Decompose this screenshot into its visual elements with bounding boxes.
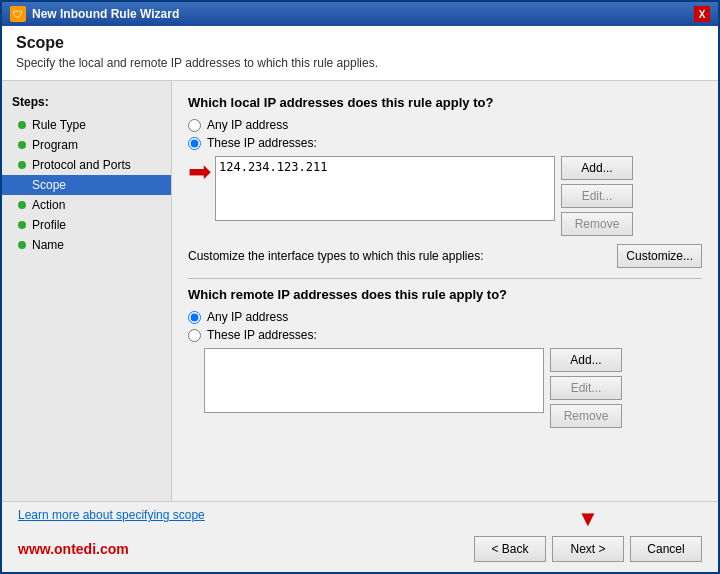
remote-ip-any-row: Any IP address — [188, 310, 702, 324]
local-ip-any-label: Any IP address — [207, 118, 288, 132]
dot-profile — [18, 221, 26, 229]
remote-ip-edit-button[interactable]: Edit... — [550, 376, 622, 400]
sidebar-label-protocol: Protocol and Ports — [32, 158, 131, 172]
title-bar: 🛡 New Inbound Rule Wizard X — [2, 2, 718, 26]
back-button[interactable]: < Back — [474, 536, 546, 562]
local-ip-these-label: These IP addresses: — [207, 136, 317, 150]
sidebar-item-rule-type[interactable]: Rule Type — [2, 115, 171, 135]
remote-ip-row: Add... Edit... Remove — [204, 348, 702, 428]
sidebar-item-profile[interactable]: Profile — [2, 215, 171, 235]
sidebar-item-program[interactable]: Program — [2, 135, 171, 155]
local-ip-radio-group: Any IP address These IP addresses: — [188, 118, 702, 150]
divider — [188, 278, 702, 279]
title-bar-left: 🛡 New Inbound Rule Wizard — [10, 6, 179, 22]
remote-ip-these-label: These IP addresses: — [207, 328, 317, 342]
customize-row: Customize the interface types to which t… — [188, 244, 702, 268]
customize-button[interactable]: Customize... — [617, 244, 702, 268]
wizard-window: 🛡 New Inbound Rule Wizard X Scope Specif… — [0, 0, 720, 574]
sidebar-label-rule-type: Rule Type — [32, 118, 86, 132]
next-button-wrapper: ▼ Next > — [552, 536, 624, 562]
local-ip-edit-button[interactable]: Edit... — [561, 184, 633, 208]
dot-program — [18, 141, 26, 149]
next-button[interactable]: Next > — [552, 536, 624, 562]
remote-ip-these-row: These IP addresses: — [188, 328, 702, 342]
local-ip-add-button[interactable]: Add... — [561, 156, 633, 180]
sidebar-item-scope[interactable]: Scope — [2, 175, 171, 195]
learn-more-link[interactable]: Learn more about specifying scope — [18, 508, 205, 522]
sidebar-label-profile: Profile — [32, 218, 66, 232]
sidebar-label-action: Action — [32, 198, 65, 212]
page-description: Specify the local and remote IP addresse… — [16, 56, 704, 70]
local-ip-question: Which local IP addresses does this rule … — [188, 95, 702, 110]
remote-ip-radio-group: Any IP address These IP addresses: — [188, 310, 702, 342]
dot-action — [18, 201, 26, 209]
sidebar-label-name: Name — [32, 238, 64, 252]
remote-ip-remove-button[interactable]: Remove — [550, 404, 622, 428]
remote-ip-any-radio[interactable] — [188, 311, 201, 324]
local-ip-row: Add... Edit... Remove — [215, 156, 702, 236]
sidebar-item-action[interactable]: Action — [2, 195, 171, 215]
local-ip-input-section: ➡ Add... Edit... Remove — [188, 156, 702, 244]
watermark: www.ontedi.com — [18, 541, 129, 557]
content-area: Which local IP addresses does this rule … — [172, 81, 718, 501]
local-ip-content: Add... Edit... Remove — [215, 156, 702, 244]
main-content: Steps: Rule Type Program Protocol and Po… — [2, 81, 718, 501]
local-ip-any-row: Any IP address — [188, 118, 702, 132]
remote-ip-textarea[interactable] — [204, 348, 544, 413]
cancel-button[interactable]: Cancel — [630, 536, 702, 562]
sidebar-item-name[interactable]: Name — [2, 235, 171, 255]
remote-ip-any-label: Any IP address — [207, 310, 288, 324]
footer-learn-more-section: Learn more about specifying scope — [2, 501, 718, 528]
sidebar: Steps: Rule Type Program Protocol and Po… — [2, 81, 172, 501]
local-ip-remove-button[interactable]: Remove — [561, 212, 633, 236]
remote-ip-these-radio[interactable] — [188, 329, 201, 342]
remote-ip-add-button[interactable]: Add... — [550, 348, 622, 372]
local-ip-these-radio[interactable] — [188, 137, 201, 150]
footer-buttons: www.ontedi.com < Back ▼ Next > Cancel — [2, 528, 718, 572]
sidebar-item-protocol-ports[interactable]: Protocol and Ports — [2, 155, 171, 175]
local-ip-textarea[interactable] — [215, 156, 555, 221]
sidebar-heading: Steps: — [2, 91, 171, 115]
sidebar-label-program: Program — [32, 138, 78, 152]
local-ip-these-row: These IP addresses: — [188, 136, 702, 150]
dot-protocol — [18, 161, 26, 169]
window-icon: 🛡 — [10, 6, 26, 22]
down-arrow-icon: ▼ — [577, 508, 599, 530]
local-ip-any-radio[interactable] — [188, 119, 201, 132]
page-title: Scope — [16, 34, 704, 52]
remote-ip-question: Which remote IP addresses does this rule… — [188, 287, 702, 302]
header-section: Scope Specify the local and remote IP ad… — [2, 26, 718, 81]
remote-ip-btn-group: Add... Edit... Remove — [550, 348, 622, 428]
dot-name — [18, 241, 26, 249]
window-title: New Inbound Rule Wizard — [32, 7, 179, 21]
sidebar-label-scope: Scope — [32, 178, 66, 192]
dot-scope — [18, 181, 26, 189]
customize-label: Customize the interface types to which t… — [188, 249, 483, 263]
local-ip-btn-group: Add... Edit... Remove — [561, 156, 633, 236]
dot-rule-type — [18, 121, 26, 129]
arrow-indicator-icon: ➡ — [188, 158, 211, 186]
close-button[interactable]: X — [694, 6, 710, 22]
